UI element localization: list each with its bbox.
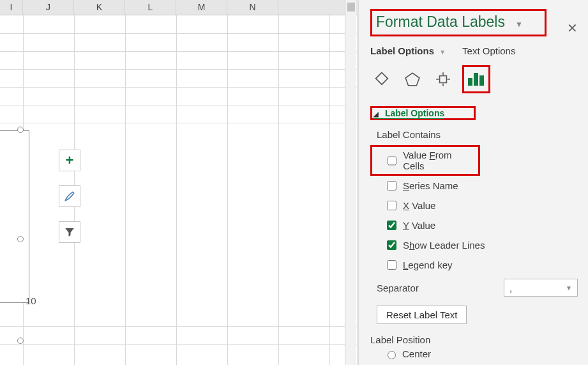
tab-label-options[interactable]: Label Options ▼ bbox=[370, 45, 446, 56]
checkbox-input[interactable] bbox=[388, 156, 396, 166]
checkbox-label: X Value bbox=[403, 200, 435, 211]
bar-chart-icon bbox=[467, 72, 486, 87]
col-header[interactable]: L bbox=[125, 0, 176, 15]
checkbox-input[interactable] bbox=[387, 260, 396, 270]
checkbox-input[interactable] bbox=[387, 201, 396, 210]
chart-styles-button[interactable] bbox=[59, 185, 80, 207]
col-header[interactable]: N bbox=[227, 0, 278, 15]
checkbox-show-leader-lines[interactable]: Show Leader Lines bbox=[370, 235, 578, 255]
reset-underline: R bbox=[386, 309, 393, 320]
chart-elements-button[interactable]: + bbox=[59, 150, 80, 171]
tab-label: Label Options bbox=[370, 45, 434, 56]
radio-position-left[interactable]: Left bbox=[370, 362, 578, 365]
col-header[interactable]: J bbox=[23, 0, 74, 15]
highlight-box: Format Data Labels ▼ bbox=[370, 9, 547, 36]
collapse-icon: ◢ bbox=[373, 111, 379, 118]
svg-rect-2 bbox=[468, 78, 472, 86]
col-header[interactable]: I bbox=[0, 0, 23, 15]
fill-and-line-icon-tab[interactable] bbox=[370, 68, 393, 91]
col-header[interactable]: M bbox=[176, 0, 227, 15]
separator-label: Separator bbox=[377, 283, 419, 293]
funnel-icon bbox=[64, 226, 75, 238]
checkbox-legend-key[interactable]: Legend key bbox=[370, 255, 578, 275]
label-position-heading: Label Position bbox=[370, 334, 578, 345]
checkbox-label: Value From Cells bbox=[403, 150, 472, 171]
chart-plot-area[interactable] bbox=[0, 130, 29, 303]
separator-value: , bbox=[509, 283, 512, 293]
svg-marker-0 bbox=[405, 73, 419, 86]
checkbox-input[interactable] bbox=[387, 181, 396, 190]
checkbox-label: Y Value bbox=[403, 220, 435, 231]
highlight-box: ◢ Label Options bbox=[370, 106, 476, 120]
separator-dropdown[interactable]: , ▼ bbox=[504, 279, 578, 297]
svg-rect-4 bbox=[479, 75, 484, 86]
size-properties-icon-tab[interactable] bbox=[432, 68, 455, 91]
embedded-chart[interactable] bbox=[0, 130, 51, 361]
radio-input[interactable] bbox=[388, 351, 396, 359]
paintbrush-icon bbox=[63, 190, 76, 203]
selection-handle[interactable] bbox=[17, 236, 24, 242]
reset-label-text-button[interactable]: Reset Label Text bbox=[377, 306, 467, 324]
section-title: Label Options bbox=[385, 108, 444, 118]
checkbox-label: Series Name bbox=[403, 180, 458, 191]
tab-text-options[interactable]: Text Options bbox=[462, 45, 515, 56]
tab-label: Text Options bbox=[462, 45, 515, 56]
format-pane: ✕ Format Data Labels ▼ Label Options ▼ T… bbox=[358, 0, 588, 365]
size-arrows-icon bbox=[435, 71, 451, 88]
checkbox-y-value[interactable]: Y Value bbox=[370, 215, 578, 235]
paint-bucket-icon bbox=[373, 70, 391, 88]
section-label-options-toggle[interactable]: ◢ Label Options bbox=[373, 108, 444, 119]
checkbox-label: Legend key bbox=[403, 260, 453, 270]
checkbox-label: Show Leader Lines bbox=[403, 240, 485, 251]
pentagon-icon bbox=[404, 71, 421, 88]
svg-rect-1 bbox=[440, 76, 447, 83]
checkbox-x-value[interactable]: X Value bbox=[370, 196, 578, 215]
svg-rect-3 bbox=[474, 73, 478, 86]
chart-filters-button[interactable] bbox=[59, 221, 80, 243]
spreadsheet-grid[interactable]: I J K L M N 10 + bbox=[0, 0, 358, 365]
col-header[interactable]: K bbox=[74, 0, 125, 15]
grid-cells[interactable]: 10 + bbox=[0, 15, 357, 365]
close-pane-button[interactable]: ✕ bbox=[567, 20, 578, 36]
checkbox-value-from-cells[interactable]: Value From Cells bbox=[370, 145, 480, 176]
vertical-scrollbar[interactable] bbox=[345, 0, 356, 365]
pane-title[interactable]: Format Data Labels bbox=[376, 13, 505, 31]
checkbox-input[interactable] bbox=[387, 221, 396, 230]
radio-position-center[interactable]: Center bbox=[370, 345, 578, 362]
selection-handle[interactable] bbox=[17, 338, 24, 344]
effects-icon-tab[interactable] bbox=[401, 68, 424, 91]
checkbox-input[interactable] bbox=[387, 240, 396, 250]
pane-title-dropdown-icon[interactable]: ▼ bbox=[515, 20, 523, 29]
dropdown-icon: ▼ bbox=[439, 49, 446, 56]
column-header-row: I J K L M N bbox=[0, 0, 357, 15]
chart-axis-tick: 10 bbox=[26, 295, 36, 306]
scrollbar-thumb[interactable] bbox=[347, 3, 355, 12]
radio-label: Center bbox=[402, 348, 431, 359]
checkbox-series-name[interactable]: Series Name bbox=[370, 176, 578, 196]
selection-handle[interactable] bbox=[17, 127, 24, 133]
dropdown-icon: ▼ bbox=[566, 284, 572, 291]
label-contains-heading: Label Contains bbox=[370, 129, 578, 140]
label-options-icon-tab[interactable] bbox=[462, 65, 490, 93]
